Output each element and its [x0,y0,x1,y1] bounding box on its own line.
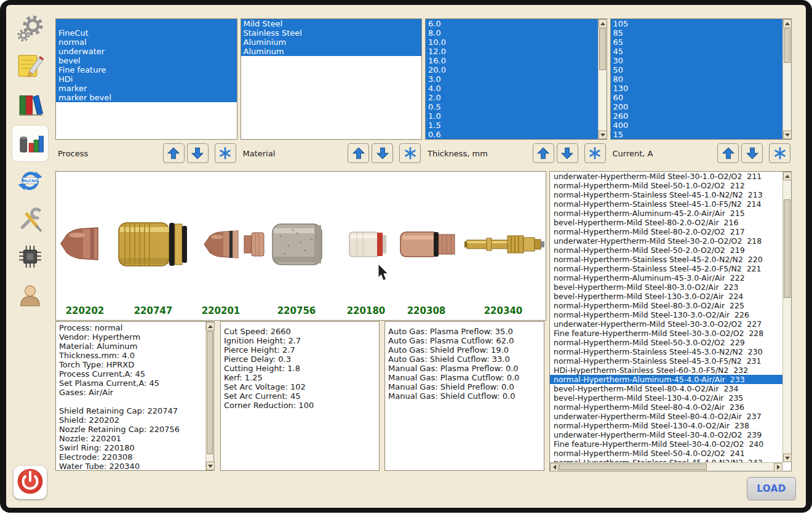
thickness-select-all-button[interactable] [584,143,606,163]
result-row[interactable]: normal-Hypertherm-Mild Steel-50-3.0-O2/O… [550,338,782,347]
process-option[interactable]: underwater [56,47,237,56]
thickness-option[interactable]: 1.5 [426,121,598,130]
scroll-down-button[interactable] [783,454,792,462]
result-row[interactable]: normal-Hypertherm-Aluminum-45-3.0-Air/Ai… [550,273,782,283]
material-option[interactable]: Mild Steel [241,19,422,28]
current-up-button[interactable] [717,143,739,163]
thickness-option[interactable]: 3.0 [426,74,598,84]
power-button[interactable] [14,466,47,499]
process-down-button[interactable] [187,143,209,163]
result-row[interactable]: normal-Hypertherm-Stainless Steel-45-3.0… [550,347,782,356]
result-row[interactable]: normal-Hypertherm-Mild Steel-80-4.0-O2/A… [550,403,782,412]
scroll-thumb[interactable] [207,331,213,454]
scroll-thumb[interactable] [599,28,606,70]
info-scrollbar[interactable] [205,322,213,470]
results-vertical-scrollbar[interactable] [782,172,791,462]
sidebar-item-library[interactable] [12,87,48,123]
thickness-option[interactable]: 16.0 [426,56,598,65]
result-row[interactable]: normal-Hypertherm-Mild Steel-50-2.0-O2/O… [550,246,782,255]
scroll-thumb[interactable] [784,199,790,298]
current-option[interactable]: 15 [611,130,783,139]
material-option[interactable]: Aluminum [241,47,422,56]
result-row[interactable]: normal-Hypertherm-Stainless Steel-45-2.0… [550,264,782,273]
result-row[interactable]: normal-Hypertherm-Stainless Steel-45-4.0… [550,458,782,462]
results-horizontal-scrollbar[interactable] [550,462,782,471]
current-option[interactable]: 85 [611,28,783,38]
scroll-down-button[interactable] [783,130,792,139]
sidebar-item-settings[interactable] [12,11,48,47]
sidebar-item-consumables[interactable] [12,126,48,161]
result-row[interactable]: bevel-Hypertherm-Mild Steel-130-4.0-O2/A… [550,393,782,403]
current-option[interactable]: 30 [611,56,783,65]
result-row[interactable]: normal-Hypertherm-Aluminum-45-4.0-Air/Ai… [550,375,782,384]
scroll-up-button[interactable] [206,322,215,331]
load-button[interactable]: LOAD [747,477,796,500]
thickness-option[interactable]: 12.0 [426,47,598,56]
result-row[interactable]: normal-Hypertherm-Mild Steel-50-4.0-O2/O… [550,449,782,458]
current-scrollbar[interactable] [782,19,791,139]
process-select-all-button[interactable] [215,143,236,163]
current-option[interactable]: 50 [611,65,783,74]
process-option[interactable]: marker bevel [56,93,237,102]
current-option[interactable]: 105 [611,19,783,28]
scroll-down-button[interactable] [206,462,215,470]
result-row[interactable]: normal-Hypertherm-Stainless Steel-45-3.0… [550,356,782,366]
thickness-option[interactable]: 20.0 [426,65,598,74]
process-option[interactable]: Fine feature [56,65,237,74]
result-row[interactable]: Fine feature-Hypertherm-Mild Steel-30-3.… [550,329,782,338]
thickness-option[interactable]: 4.0 [426,84,598,93]
sidebar-item-sync[interactable]: MyCNC [12,164,48,199]
result-row[interactable]: normal-Hypertherm-Stainless Steel-45-2.0… [550,255,782,264]
scroll-up-button[interactable] [783,19,792,28]
thickness-option[interactable]: 1.0 [426,111,598,121]
scroll-right-button[interactable] [774,463,782,471]
process-option[interactable]: HDi [56,74,237,84]
scroll-thumb[interactable] [559,463,707,470]
results-listbox[interactable]: underwater-Hypertherm-Mild Steel-30-1.0-… [549,171,792,471]
process-option[interactable] [56,19,237,28]
material-listbox[interactable]: Mild SteelStainless SteelAluminiumAlumin… [241,18,423,140]
current-option[interactable]: 400 [611,121,783,130]
current-option[interactable]: 60 [611,93,783,102]
thickness-listbox[interactable]: 6.08.010.012.016.020.03.04.02.00.51.01.5… [425,18,607,140]
result-row[interactable]: normal-Hypertherm-Mild Steel-130-4.0-O2/… [550,421,782,430]
thickness-up-button[interactable] [533,143,554,163]
thickness-option[interactable]: 0.5 [426,102,598,111]
result-row[interactable]: underwater-Hypertherm-Mild Steel-30-1.0-… [550,172,782,181]
thickness-down-button[interactable] [557,143,578,163]
process-option[interactable]: normal [56,38,237,47]
process-option[interactable]: FineCut [56,28,237,38]
sidebar-item-user[interactable] [12,278,48,314]
result-row[interactable]: bevel-Hypertherm-Mild Steel-80-3.0-O2/Ai… [550,283,782,292]
result-row[interactable]: bevel-Hypertherm-Mild Steel-80-4.0-O2/Ai… [550,384,782,393]
result-row[interactable]: normal-Hypertherm-Stainless Steel-45-1.0… [550,190,782,199]
process-up-button[interactable] [163,143,185,163]
result-row[interactable]: Fine feature-Hypertherm-Mild Steel-30-4.… [550,439,782,449]
result-row[interactable]: bevel-Hypertherm-Mild Steel-80-2.0-O2/Ai… [550,218,782,227]
scroll-up-button[interactable] [783,172,792,180]
current-option[interactable]: 65 [611,38,783,47]
thickness-option[interactable]: 8.0 [426,28,598,38]
result-row[interactable]: normal-Hypertherm-Mild Steel-130-3.0-O2/… [550,310,782,319]
result-row[interactable]: normal-Hypertherm-Stainless Steel-45-1.0… [550,199,782,209]
result-row[interactable]: underwater-Hypertherm-Mild Steel-30-2.0-… [550,236,782,246]
thickness-option[interactable]: 0.6 [426,130,598,139]
thickness-scrollbar[interactable] [598,19,607,139]
result-row[interactable]: bevel-Hypertherm-Mild Steel-130-3.0-O2/A… [550,292,782,301]
material-option[interactable]: Aluminium [241,38,422,47]
process-listbox[interactable]: FineCutnormalunderwaterbevelFine feature… [55,18,237,140]
sidebar-item-tools[interactable] [12,202,48,238]
result-row[interactable]: underwater-Hypertherm-Mild Steel-30-3.0-… [550,319,782,329]
current-option[interactable]: 45 [611,47,783,56]
current-listbox[interactable]: 1058565453050801306020026040015 [610,18,792,140]
material-down-button[interactable] [372,143,393,163]
scroll-up-button[interactable] [599,19,607,28]
current-option[interactable]: 80 [611,74,783,84]
sidebar-item-hardware[interactable] [12,240,48,276]
process-option[interactable]: marker [56,84,237,93]
current-option[interactable]: 130 [611,84,783,93]
material-select-all-button[interactable] [399,143,421,163]
result-row[interactable]: normal-Hypertherm-Mild Steel-80-3.0-O2/A… [550,301,782,310]
scroll-down-button[interactable] [599,130,607,139]
current-option[interactable]: 200 [611,102,783,111]
